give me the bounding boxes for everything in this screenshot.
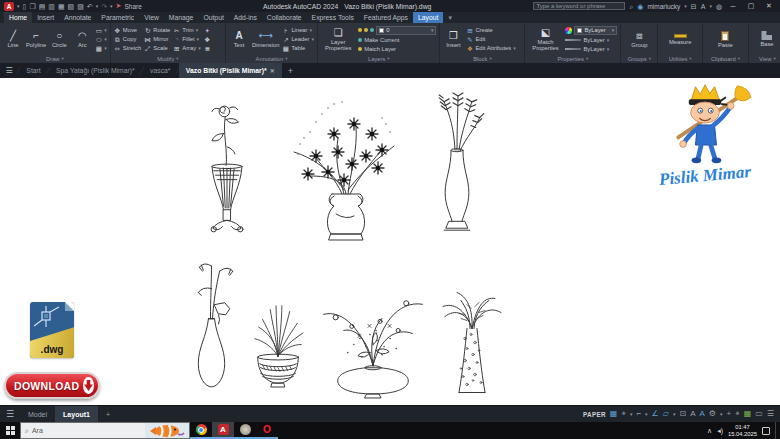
annotation-monitor-icon[interactable]: ⌖ [735,409,740,419]
scale-tool[interactable]: ⤢Scale [144,45,170,52]
sheet-set-icon[interactable]: ▧ [68,2,75,11]
vase-drawing-teardrop[interactable] [184,258,240,395]
edit-attributes-tool[interactable]: ❖Edit Attributes▾ [466,45,515,52]
new-layout-plus-icon[interactable]: + [98,406,118,422]
explode-icon[interactable]: ❖ [204,36,211,43]
username-label[interactable]: mimarlucky [647,3,680,10]
clipboard-panel-label[interactable]: Clipboard [703,54,748,63]
ribbon-display-caret-icon[interactable]: ▾ [443,12,456,23]
make-current-tool[interactable]: Make Current [358,37,436,44]
properties-panel-label[interactable]: Properties [525,54,620,63]
array-tool[interactable]: ⊞Array▾ [173,45,200,52]
layer-lock-icon[interactable] [370,28,374,32]
share-button[interactable]: Share [124,3,141,10]
layer-freeze-icon[interactable] [364,28,368,32]
tab-featured-apps[interactable]: Featured Apps [359,12,413,23]
polar-tracking-icon[interactable]: ▱ [663,409,669,419]
layer-on-icon[interactable] [358,28,362,32]
taskbar-app-button[interactable] [234,422,256,439]
restore-button[interactable]: ▢ [744,2,758,10]
model-tab[interactable]: Model [20,406,55,422]
close-button[interactable]: ✕ [762,2,776,10]
grid-toggle-icon[interactable]: ▦ [610,409,618,419]
dimension-tool[interactable]: ⟷ Dimension [252,30,279,48]
insert-block-tool[interactable]: ❒ Insert [443,30,463,48]
tab-layout[interactable]: Layout [413,12,443,23]
vase-drawing-trunk-planter[interactable] [437,272,507,398]
view-panel-label[interactable]: View [749,54,780,63]
circle-tool[interactable]: ○ Circle [49,30,69,48]
lineweight-dropdown[interactable]: ByLayer ▾ [565,37,617,44]
linear-tool[interactable]: ⊦Linear▾ [282,27,314,34]
move-tool[interactable]: ✥Move [114,27,141,34]
mirror-tool[interactable]: ⋈Mirror [144,36,170,43]
layers-panel-label[interactable]: Layers [318,54,439,63]
ellipse-icon[interactable]: ⬭ [95,36,102,43]
draw-panel-label[interactable]: Draw [0,54,110,63]
tab-home[interactable]: Home [4,12,32,23]
undo-caret-icon[interactable]: ▾ [96,3,99,9]
tab-annotate[interactable]: Annotate [59,12,96,23]
tab-manage[interactable]: Manage [164,12,199,23]
base-tool[interactable]: Base [757,31,777,47]
erase-icon[interactable]: ✦ [204,27,211,34]
tab-view[interactable]: View [139,12,164,23]
match-layer-tool[interactable]: Match Layer [358,46,436,53]
block-panel-label[interactable]: Block [440,54,524,63]
paper-space-label[interactable]: PAPER [583,411,606,418]
volume-icon[interactable]: ◂) [717,427,723,435]
redo-icon[interactable]: ↷ [101,2,107,11]
app-menu-caret-icon[interactable]: ▾ [17,3,20,9]
text-tool[interactable]: A Text [229,30,249,48]
stretch-tool[interactable]: ⬄Stretch [114,45,141,52]
user-avatar-icon[interactable]: ◉ [637,2,643,11]
customization-menu-icon[interactable]: ☰ [767,409,774,419]
isodraft-icon[interactable]: ⊡ [679,409,686,419]
taskbar-clock[interactable]: 01:47 15.04.2025 [728,424,757,437]
match-properties-tool[interactable]: ⬕ Match Properties [528,27,562,51]
search-icon[interactable]: ⌕ [629,2,633,11]
autodesk-access-icon[interactable]: A [701,2,706,11]
doc-tab-spa-yatagi[interactable]: Spa Yatağı (Pislik Mimar)* [49,63,142,78]
vase-drawing-daisy-bouquet[interactable] [286,94,406,244]
doc-tab-vasca[interactable]: vasca* [143,63,177,78]
access-caret-icon[interactable]: ▾ [709,3,712,9]
save-as-icon[interactable]: ▥ [48,2,55,11]
taskbar-autocad-button[interactable]: A [212,422,234,439]
offset-icon[interactable]: ≣ [204,45,211,52]
app-store-icon[interactable]: ⊟ [691,2,697,11]
undo-icon[interactable]: ↶ [87,2,93,11]
doc-tab-start[interactable]: Start [19,63,47,78]
rotate-tool[interactable]: ↻Rotate [144,27,170,34]
layer-properties-tool[interactable]: ❏ Layer Properties [321,27,355,51]
dynamic-input-icon[interactable]: ⌐ [636,409,641,419]
download-button[interactable]: DOWNLOAD [4,372,100,399]
quick-properties-icon[interactable]: ▭ [755,409,763,419]
tab-insert[interactable]: Insert [32,12,59,23]
layer-select-dropdown[interactable]: 0 ▾ [376,26,436,35]
annotation-scale-gear-icon[interactable]: ⚙ [709,409,716,419]
autoscale-icon[interactable]: A [699,409,704,419]
taskbar-chrome-button[interactable] [190,422,212,439]
fillet-tool[interactable]: ◝Fillet▾ [173,36,200,43]
doc-tabs-menu-icon[interactable]: ☰ [0,63,18,78]
minimize-button[interactable]: ─ [726,3,740,10]
drawing-canvas[interactable]: Pislik Mimar .dwg DOWNLOAD [0,78,780,405]
create-block-tool[interactable]: ⊞Create [466,27,515,34]
snap-toggle-icon[interactable]: ⌖ [621,409,626,419]
paste-tool[interactable]: Paste [715,31,735,48]
vase-drawing-arc-sprays[interactable] [317,274,429,400]
tab-collaborate[interactable]: Collaborate [262,12,307,23]
qat-customize-caret-icon[interactable]: ▾ [110,3,113,9]
groups-panel-label[interactable]: Groups [621,54,657,63]
edit-block-tool[interactable]: ✎Edit [466,36,515,43]
help-search-input[interactable]: Type a keyword or phrase [533,2,625,10]
new-file-icon[interactable]: ▯ [23,2,27,11]
linetype-dropdown[interactable]: ByLayer ▾ [565,46,617,53]
tray-expand-icon[interactable]: ∧ [707,427,712,435]
autocad-app-icon[interactable]: A [4,2,14,11]
taskbar-search-input[interactable]: ⌕ Ara [20,422,190,439]
action-center-icon[interactable] [762,427,770,435]
taskbar-opera-button[interactable]: O [256,422,278,439]
vase-drawing-rose-trumpet[interactable] [196,90,258,248]
